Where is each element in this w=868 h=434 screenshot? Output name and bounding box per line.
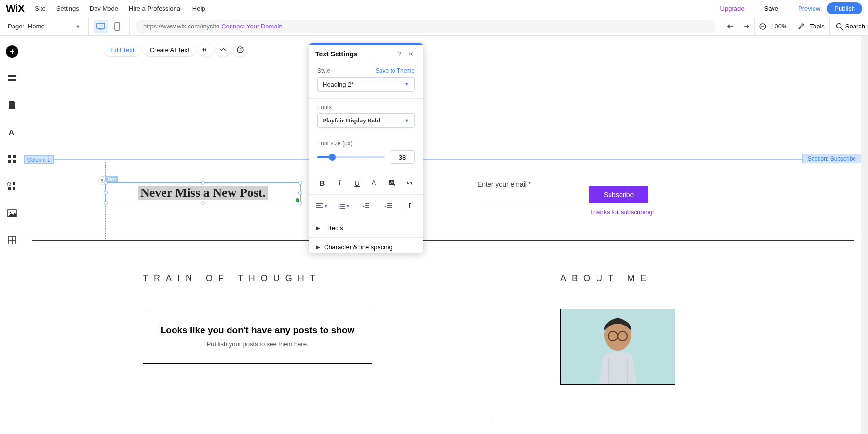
effects-section[interactable]: ▶ Effects bbox=[309, 218, 423, 238]
direction-button[interactable] bbox=[403, 200, 417, 213]
svg-point-36 bbox=[339, 206, 340, 207]
no-posts-placeholder: Looks like you don't have any posts to s… bbox=[143, 309, 372, 364]
resize-handle[interactable] bbox=[201, 201, 205, 205]
help-icon[interactable]: ? bbox=[233, 42, 247, 57]
animation-icon[interactable] bbox=[198, 42, 213, 57]
search-button[interactable]: Search bbox=[845, 23, 865, 30]
link-icon[interactable] bbox=[216, 42, 230, 57]
scrollbar[interactable] bbox=[861, 36, 868, 434]
menu-help[interactable]: Help bbox=[192, 5, 205, 12]
font-size-slider[interactable] bbox=[317, 156, 385, 158]
mobile-view-button[interactable] bbox=[110, 20, 124, 33]
font-dropdown[interactable]: Playfair Display Bold ▼ bbox=[317, 113, 415, 128]
page-label: Page: bbox=[8, 23, 24, 30]
menu-hire[interactable]: Hire a Professional bbox=[129, 5, 182, 12]
connect-domain-link[interactable]: Connect Your Domain bbox=[221, 23, 282, 30]
link-button[interactable] bbox=[403, 176, 417, 190]
resize-handle[interactable] bbox=[104, 201, 108, 205]
section-badge[interactable]: Section: Subscribe bbox=[802, 154, 861, 163]
spacing-section[interactable]: ▶ Character & line spacing bbox=[309, 238, 423, 253]
preview-button[interactable]: Preview bbox=[793, 3, 825, 14]
bold-button[interactable]: B bbox=[315, 176, 329, 190]
align-button[interactable]: ▼ bbox=[315, 200, 329, 213]
style-label: Style bbox=[317, 68, 330, 74]
heading-text[interactable]: Never Miss a New Post. bbox=[138, 186, 268, 200]
svg-point-19 bbox=[10, 212, 11, 213]
url-text: https://www.wix.com/mysite bbox=[143, 23, 219, 30]
chevron-down-icon: ▼ bbox=[404, 81, 409, 87]
text-color-button[interactable]: A bbox=[368, 176, 381, 190]
thanks-message: Thanks for subscribing! bbox=[589, 208, 654, 216]
no-posts-heading: Looks like you don't have any posts to s… bbox=[161, 325, 355, 336]
svg-point-37 bbox=[339, 208, 340, 209]
slider-thumb[interactable] bbox=[329, 154, 336, 161]
about-me-heading: ABOUT ME bbox=[560, 273, 652, 284]
save-button[interactable]: Save bbox=[759, 3, 783, 14]
save-to-theme-link[interactable]: Save to Theme bbox=[376, 68, 415, 74]
resize-handle[interactable] bbox=[104, 191, 108, 195]
zoom-out-icon[interactable] bbox=[760, 23, 766, 30]
svg-rect-10 bbox=[8, 155, 11, 158]
svg-line-6 bbox=[841, 27, 843, 30]
style-value: Heading 2* bbox=[323, 81, 353, 88]
outdent-button[interactable] bbox=[359, 200, 373, 213]
selected-text-element[interactable]: Never Miss a New Post. bbox=[105, 182, 301, 203]
resize-handle[interactable] bbox=[298, 201, 302, 205]
undo-icon[interactable] bbox=[727, 23, 736, 30]
page-name: Home bbox=[28, 23, 45, 30]
highlight-button[interactable]: A bbox=[386, 176, 399, 190]
content-icon[interactable] bbox=[5, 233, 19, 247]
menu-settings[interactable]: Settings bbox=[56, 5, 79, 12]
triangle-right-icon: ▶ bbox=[316, 225, 320, 231]
resize-handle[interactable] bbox=[201, 181, 205, 185]
spacing-label: Character & line spacing bbox=[324, 244, 393, 251]
svg-rect-8 bbox=[8, 79, 16, 81]
panel-help-icon[interactable]: ? bbox=[393, 50, 405, 58]
panel-close-icon[interactable]: ✕ bbox=[405, 50, 417, 58]
svg-text:A: A bbox=[390, 180, 393, 185]
edit-text-button[interactable]: Edit Text bbox=[104, 43, 141, 56]
tools-button[interactable]: Tools bbox=[810, 23, 824, 30]
add-button[interactable]: + bbox=[6, 45, 18, 58]
resize-handle[interactable] bbox=[298, 181, 302, 185]
effects-label: Effects bbox=[324, 224, 343, 231]
menu-site[interactable]: Site bbox=[35, 5, 45, 12]
italic-button[interactable]: I bbox=[333, 176, 346, 190]
business-icon[interactable] bbox=[5, 179, 19, 193]
resize-handle[interactable] bbox=[104, 181, 108, 185]
panel-title: Text Settings bbox=[315, 50, 393, 58]
menu-devmode[interactable]: Dev Mode bbox=[90, 5, 118, 12]
svg-rect-2 bbox=[115, 23, 120, 30]
pages-icon[interactable] bbox=[5, 98, 19, 112]
style-dropdown[interactable]: Heading 2* ▼ bbox=[317, 77, 415, 92]
upgrade-link[interactable]: Upgrade bbox=[716, 3, 749, 14]
search-icon[interactable] bbox=[836, 23, 843, 30]
divider bbox=[32, 240, 854, 241]
subscribe-button[interactable]: Subscribe bbox=[589, 186, 648, 203]
url-bar[interactable]: https://www.wix.com/mysite Connect Your … bbox=[136, 20, 716, 33]
page-selector[interactable]: Page: Home ▼ bbox=[0, 17, 89, 35]
theme-icon[interactable]: A bbox=[5, 125, 19, 139]
column-badge[interactable]: Column 1 bbox=[24, 155, 54, 164]
email-input[interactable] bbox=[477, 189, 582, 203]
resize-handle[interactable] bbox=[298, 191, 302, 195]
redo-icon[interactable] bbox=[741, 23, 749, 30]
media-icon[interactable] bbox=[5, 206, 19, 220]
about-image[interactable] bbox=[560, 309, 675, 385]
publish-button[interactable]: Publish bbox=[827, 2, 862, 14]
create-ai-text-button[interactable]: Create AI Text bbox=[144, 43, 195, 56]
desktop-view-button[interactable] bbox=[94, 20, 108, 33]
train-of-thought-heading: TRAIN OF THOUGHT bbox=[143, 273, 321, 284]
svg-text:A: A bbox=[372, 179, 376, 186]
indent-button[interactable] bbox=[381, 200, 395, 213]
apps-icon[interactable] bbox=[5, 152, 19, 166]
wix-logo[interactable]: WiX bbox=[6, 2, 24, 15]
underline-button[interactable]: U bbox=[351, 176, 364, 190]
zoom-level[interactable]: 100% bbox=[771, 23, 787, 30]
font-size-input[interactable]: 38 bbox=[390, 150, 415, 164]
svg-text:?: ? bbox=[239, 47, 242, 52]
sections-icon[interactable] bbox=[5, 71, 19, 85]
svg-rect-13 bbox=[13, 160, 16, 163]
list-button[interactable]: ▼ bbox=[338, 200, 351, 213]
email-label: Enter your email * bbox=[477, 180, 582, 188]
